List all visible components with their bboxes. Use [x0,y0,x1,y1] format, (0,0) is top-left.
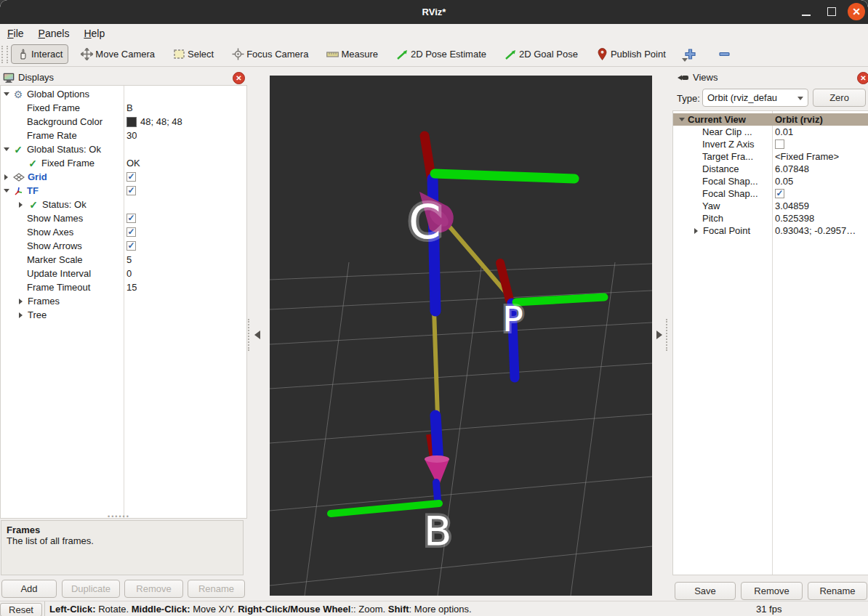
tool-move-camera-button[interactable]: Move Camera [75,44,161,64]
views-close-icon[interactable]: ✕ [857,72,868,84]
save-view-button[interactable]: Save [675,582,736,600]
property-value[interactable]: 48; 48; 48 [126,116,182,127]
expand-arrow-icon[interactable] [4,189,9,192]
displays-row-background-color[interactable]: Background Color48; 48; 48 [1,115,246,129]
minimize-icon[interactable] [802,15,811,16]
rename-display-button[interactable]: Rename [188,580,245,598]
property-value[interactable]: 5 [126,254,132,265]
expand-arrow-icon[interactable] [4,92,9,96]
displays-row-update-interval[interactable]: Update Interval0 [1,267,246,280]
maximize-icon[interactable] [827,7,836,16]
views-panel-header[interactable]: Views [677,70,864,85]
displays-row-frame-rate[interactable]: Frame Rate30 [1,129,246,142]
property-value[interactable]: 30 [126,130,137,141]
views-row-invert-z-axis[interactable]: Invert Z Axis [673,138,868,150]
displays-row-tf[interactable]: TF [1,184,246,198]
views-row-distance[interactable]: Distance6.07848 [673,163,868,175]
displays-row-frames[interactable]: Frames [1,294,246,308]
expand-arrow-icon[interactable] [4,147,9,151]
views-row-focal-shap[interactable]: Focal Shap...0.05 [673,175,868,187]
property-value[interactable]: 15 [126,282,137,293]
remove-display-button[interactable]: Remove [124,580,183,598]
views-row-target-fra[interactable]: Target Fra...<Fixed Frame> [673,150,868,163]
property-value[interactable]: Orbit (rviz) [775,114,823,125]
displays-row-marker-scale[interactable]: Marker Scale5 [1,253,246,267]
tool-measure-button[interactable]: Measure [321,44,384,64]
property-value[interactable]: 0.05 [775,176,793,187]
add-button[interactable]: Add [1,580,57,598]
property-value[interactable]: B [126,102,133,113]
collapse-arrow-icon[interactable] [19,312,23,318]
property-value[interactable] [775,189,784,198]
checkbox-unchecked[interactable] [775,139,784,149]
tool-select-button[interactable]: Select [167,44,220,64]
checkbox-checked[interactable] [775,189,784,198]
property-value[interactable] [126,172,136,182]
displays-panel-header[interactable]: Displays [3,70,243,85]
displays-row-fixed-frame[interactable]: Fixed FrameB [1,101,246,115]
duplicate-button[interactable]: Duplicate [62,580,120,598]
property-value[interactable] [126,186,136,195]
property-value[interactable]: 3.04859 [775,200,809,211]
property-value[interactable] [126,227,136,237]
panel-splitter-handle[interactable]: •••••• [108,513,140,520]
property-value[interactable] [126,214,136,223]
views-row-current-view[interactable]: Current ViewOrbit (rviz) [673,113,868,126]
zero-button[interactable]: Zero [813,89,866,107]
displays-row-status-ok[interactable]: ✓Status: Ok [1,198,246,211]
collapse-arrow-icon[interactable] [694,228,698,234]
checkbox-checked[interactable] [126,186,136,195]
toolbar-overflow-caret[interactable] [682,58,688,62]
collapse-arrow-icon[interactable] [19,299,23,304]
close-icon[interactable]: ✕ [848,3,865,20]
views-row-focal-shap[interactable]: Focal Shap... [673,187,868,200]
property-value[interactable]: 0 [126,268,132,279]
views-row-pitch[interactable]: Pitch0.525398 [673,212,868,224]
displays-row-tree[interactable]: Tree [1,308,246,322]
checkbox-checked[interactable] [126,241,136,251]
displays-row-grid[interactable]: Grid [1,170,246,184]
remove-view-button[interactable]: Remove [741,582,803,600]
reset-button[interactable]: Reset [0,603,42,616]
displays-row-show-arrows[interactable]: Show Arrows [1,239,246,253]
property-value[interactable]: <Fixed Frame> [775,151,839,162]
property-value[interactable]: 6.07848 [775,163,809,174]
displays-tree[interactable]: ⚙Global OptionsFixed FrameBBackground Co… [0,85,247,519]
displays-row-fixed-frame[interactable]: ✓Fixed FrameOK [1,156,246,170]
left-panel-splitter[interactable] [248,319,260,351]
collapse-left-icon[interactable] [254,331,260,339]
property-value[interactable]: 0.01 [775,126,793,137]
view-type-combobox[interactable]: Orbit (rviz_defau [702,89,808,107]
displays-row-global-options[interactable]: ⚙Global Options [1,87,246,101]
3d-viewport[interactable]: C P B [270,76,652,596]
property-value[interactable] [775,139,784,149]
views-row-focal-point[interactable]: Focal Point0.93043; -0.2957… [673,224,868,237]
expand-arrow-icon[interactable] [679,118,685,121]
property-value[interactable]: 0.525398 [775,213,814,224]
window-titlebar[interactable]: RViz* ✕ [0,0,868,24]
menu-help[interactable]: Help [76,26,112,41]
displays-close-icon[interactable]: ✕ [233,72,245,84]
checkbox-checked[interactable] [126,214,136,223]
property-value[interactable]: 0.93043; -0.2957… [775,225,856,236]
property-value[interactable]: OK [126,158,140,169]
tool-2d-pose-estimate-button[interactable]: 2D Pose Estimate [390,44,492,64]
views-row-near-clip[interactable]: Near Clip ...0.01 [673,126,868,138]
rename-view-button[interactable]: Rename [808,582,867,600]
displays-row-show-names[interactable]: Show Names [1,211,246,225]
property-value[interactable] [126,241,136,251]
displays-row-frame-timeout[interactable]: Frame Timeout15 [1,280,246,294]
displays-row-show-axes[interactable]: Show Axes [1,225,246,239]
menu-file[interactable]: File [0,26,31,41]
collapse-arrow-icon[interactable] [4,174,8,180]
views-tree[interactable]: Current ViewOrbit (rviz)Near Clip ...0.0… [672,110,868,575]
tool-publish-point-button[interactable]: Publish Point [590,44,672,64]
toolbar-drag-handle[interactable] [1,46,8,63]
menu-panels[interactable]: Panels [31,26,77,41]
collapse-right-icon[interactable] [656,331,662,339]
tool-focus-camera-button[interactable]: Focus Camera [226,44,314,64]
right-panel-splitter[interactable] [656,319,670,351]
displays-row-global-status-ok[interactable]: ✓Global Status: Ok [1,142,246,156]
remove-tool-button[interactable] [712,44,736,64]
checkbox-checked[interactable] [126,172,136,182]
